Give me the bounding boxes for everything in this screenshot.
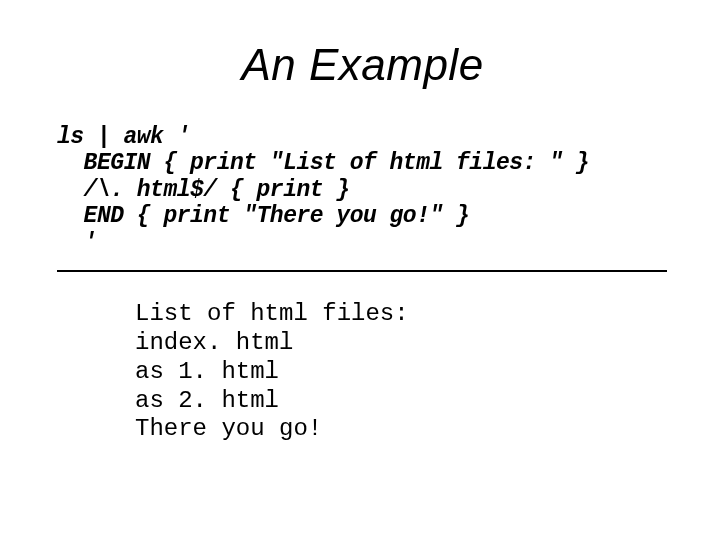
slide: An Example ls | awk ' BEGIN { print "Lis… [0, 0, 720, 540]
code-block: ls | awk ' BEGIN { print "List of html f… [57, 124, 670, 256]
divider [57, 270, 667, 272]
output-block: List of html files: index. html as 1. ht… [135, 300, 670, 444]
slide-title: An Example [55, 40, 670, 90]
